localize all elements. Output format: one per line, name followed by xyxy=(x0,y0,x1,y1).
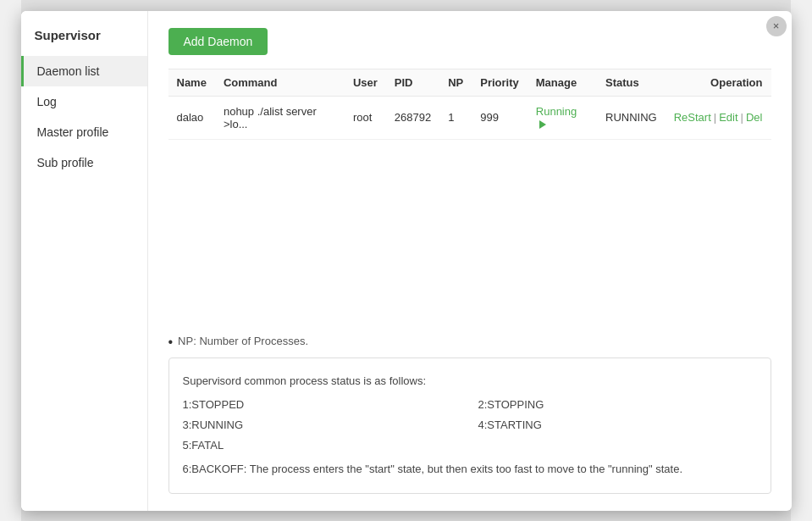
restart-link[interactable]: ReStart xyxy=(674,111,711,124)
table-header-row: Name Command User PID NP Priority Manage… xyxy=(168,69,771,96)
col-pid: PID xyxy=(386,69,439,96)
col-command: Command xyxy=(215,69,345,96)
sidebar-item-master-profile[interactable]: Master profile xyxy=(21,117,147,147)
info-box: Supervisord common process status is as … xyxy=(168,357,771,493)
status-label: 4:STARTING xyxy=(478,416,757,435)
sidebar-item-log[interactable]: Log xyxy=(21,86,147,117)
supervisor-modal: × Supervisor Daemon list Log Master prof… xyxy=(21,11,792,511)
cell-status: RUNNING xyxy=(597,96,666,139)
info-title: Supervisord common process status is as … xyxy=(183,372,757,391)
cell-pid: 268792 xyxy=(386,96,439,139)
add-daemon-button[interactable]: Add Daemon xyxy=(168,28,268,55)
cell-priority: 999 xyxy=(472,96,528,139)
status-code: 5:FATAL xyxy=(183,436,461,455)
cell-command: nohup ./alist server >lo... xyxy=(215,96,345,139)
cell-user: root xyxy=(345,96,386,139)
status-grid: 1:STOPPED2:STOPPING3:RUNNING4:STARTING5:… xyxy=(183,396,757,455)
np-note: • NP: Number of Processes. xyxy=(168,335,771,349)
table-row: dalao nohup ./alist server >lo... root 2… xyxy=(168,96,771,139)
col-operation: Operation xyxy=(666,69,771,96)
sidebar: Supervisor Daemon list Log Master profil… xyxy=(21,11,148,511)
col-priority: Priority xyxy=(472,69,528,96)
status-label xyxy=(478,436,757,455)
sidebar-title: Supervisor xyxy=(21,21,147,56)
backoff-note: 6:BACKOFF: The process enters the "start… xyxy=(183,460,757,479)
play-icon[interactable] xyxy=(539,120,546,129)
manage-status: Running xyxy=(536,105,577,118)
cell-name: dalao xyxy=(168,96,215,139)
sidebar-item-sub-profile[interactable]: Sub profile xyxy=(21,147,147,178)
status-code: 3:RUNNING xyxy=(183,416,461,435)
status-code: 1:STOPPED xyxy=(183,396,461,414)
cell-np: 1 xyxy=(439,96,472,139)
del-link[interactable]: Del xyxy=(746,111,763,124)
cell-operation: ReStart|Edit|Del xyxy=(666,96,771,139)
cell-manage: Running xyxy=(528,96,597,139)
sidebar-item-daemon-list[interactable]: Daemon list xyxy=(21,56,147,86)
col-name: Name xyxy=(168,69,215,96)
note-bullet: • xyxy=(168,335,174,349)
col-np: NP xyxy=(439,69,472,96)
col-user: User xyxy=(345,69,386,96)
main-content: Add Daemon Name Command User PID NP Prio… xyxy=(148,11,792,511)
daemon-table: Name Command User PID NP Priority Manage… xyxy=(168,69,771,140)
edit-link[interactable]: Edit xyxy=(719,111,737,124)
close-button[interactable]: × xyxy=(766,16,787,36)
status-label: 2:STOPPING xyxy=(478,396,757,414)
col-status: Status xyxy=(597,69,666,96)
col-manage: Manage xyxy=(528,69,597,96)
notes-section: • NP: Number of Processes. Supervisord c… xyxy=(168,321,771,493)
